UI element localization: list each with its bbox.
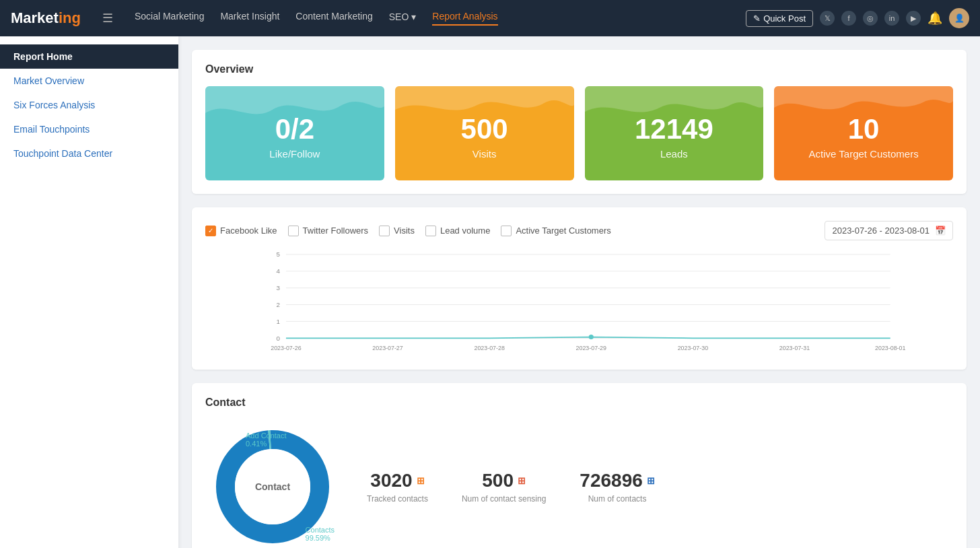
instagram-nav-icon[interactable]: ◎ xyxy=(863,11,878,26)
donut-center-label: Contact xyxy=(255,481,290,492)
svg-text:2023-08-01: 2023-08-01 xyxy=(875,345,905,351)
svg-point-19 xyxy=(589,335,594,339)
svg-text:2023-07-27: 2023-07-27 xyxy=(372,345,403,351)
filter-twitter-followers[interactable]: Twitter Followers xyxy=(288,226,369,236)
chart-filters-row: Facebook Like Twitter Followers Visits L… xyxy=(205,221,953,240)
sidebar-item-market-overview[interactable]: Market Overview xyxy=(0,69,178,93)
stat-label-active-customers: Active Target Customers xyxy=(809,148,919,160)
nav-social-marketing[interactable]: Social Marketing xyxy=(135,11,205,26)
stat-card-like-follow: 0/2 Like/Follow xyxy=(205,86,384,180)
stat-number-active-customers: 10 xyxy=(848,114,880,145)
contact-section: Contact Contact Add Contact xyxy=(192,383,967,548)
sidebar: Report Home Market Overview Six Forces A… xyxy=(0,36,178,548)
svg-text:2023-07-29: 2023-07-29 xyxy=(576,345,606,351)
line-chart-svg: 5 4 3 2 1 0 2023-07-26 2023-07-27 2023-0… xyxy=(205,248,953,356)
stat-card-leads: 12149 Leads xyxy=(585,86,764,180)
app-logo: Marketing xyxy=(11,9,81,27)
stat-label-visits: Visits xyxy=(473,148,497,160)
notification-bell[interactable]: 🔔 xyxy=(928,11,942,26)
stat-number-like-follow: 0/2 xyxy=(275,114,314,145)
filter-active-customers[interactable]: Active Target Customers xyxy=(501,226,610,236)
quick-post-button[interactable]: ✎ Quick Post xyxy=(746,10,813,27)
logo-highlight: ing xyxy=(59,9,81,26)
checkbox-twitter-followers[interactable] xyxy=(288,226,299,236)
chart-area: 5 4 3 2 1 0 2023-07-26 2023-07-27 2023-0… xyxy=(205,248,953,356)
stat-card-visits-content: 500 Visits xyxy=(395,86,574,167)
linkedin-nav-icon[interactable]: in xyxy=(884,11,899,26)
svg-text:1: 1 xyxy=(277,318,280,325)
filter-label-active-customers: Active Target Customers xyxy=(516,226,610,236)
svg-text:2023-07-31: 2023-07-31 xyxy=(779,345,810,351)
contact-stat-num-contacts: 726896 ⊞ Num of contacts xyxy=(580,470,654,504)
sidebar-item-email-touchpoints[interactable]: Email Touchpoints xyxy=(0,117,178,141)
contact-stat-tracked: 3020 ⊞ Tracked contacts xyxy=(367,470,428,504)
grid-icon-tracked: ⊞ xyxy=(417,475,425,486)
checkbox-facebook-like[interactable] xyxy=(205,226,216,236)
date-range-value: 2023-07-26 - 2023-08-01 xyxy=(832,226,930,236)
svg-text:0: 0 xyxy=(277,335,281,342)
main-layout: Report Home Market Overview Six Forces A… xyxy=(0,36,980,548)
contacts-label: Contacts xyxy=(306,526,335,534)
filter-lead-volume[interactable]: Lead volume xyxy=(425,226,490,236)
nav-seo[interactable]: SEO ▾ xyxy=(389,11,417,26)
filter-label-lead-volume: Lead volume xyxy=(440,226,490,236)
youtube-nav-icon[interactable]: ▶ xyxy=(906,11,921,26)
sensing-label: Num of contact sensing xyxy=(462,494,546,504)
tracked-contacts-number: 3020 ⊞ xyxy=(367,470,428,491)
svg-text:3: 3 xyxy=(277,284,280,292)
checkbox-lead-volume[interactable] xyxy=(425,226,436,236)
svg-text:2023-07-28: 2023-07-28 xyxy=(474,345,504,351)
grid-icon-sensing: ⊞ xyxy=(518,475,526,486)
stat-number-visits: 500 xyxy=(461,114,508,145)
contact-title: Contact xyxy=(205,397,953,409)
filter-label-twitter-followers: Twitter Followers xyxy=(303,226,369,236)
contact-stats: 3020 ⊞ Tracked contacts 500 ⊞ Num of con… xyxy=(367,470,655,504)
nav-market-insight[interactable]: Market Insight xyxy=(220,11,279,26)
sidebar-item-six-forces[interactable]: Six Forces Analysis xyxy=(0,93,178,117)
overview-cards: 0/2 Like/Follow 500 Visits xyxy=(205,86,953,180)
svg-text:2: 2 xyxy=(277,301,280,308)
contact-content: Contact Add Contact 0.41% Contacts 99.59… xyxy=(205,419,953,548)
stat-label-leads: Leads xyxy=(660,148,688,160)
overview-section: Overview 0/2 Like/Follow xyxy=(192,50,967,194)
main-content: Overview 0/2 Like/Follow xyxy=(178,36,980,548)
sidebar-item-touchpoint-data[interactable]: Touchpoint Data Center xyxy=(0,141,178,166)
checkbox-visits[interactable] xyxy=(379,226,390,236)
stat-number-leads: 12149 xyxy=(635,114,713,145)
sidebar-item-report-home[interactable]: Report Home xyxy=(0,44,178,69)
stat-card-leads-content: 12149 Leads xyxy=(585,86,764,167)
nav-links: Social Marketing Market Insight Content … xyxy=(135,11,730,26)
stat-card-visits: 500 Visits xyxy=(395,86,574,180)
overview-title: Overview xyxy=(205,63,953,75)
num-contacts-number: 726896 ⊞ xyxy=(580,470,654,491)
donut-chart-container: Contact Add Contact 0.41% Contacts 99.59… xyxy=(205,419,340,548)
nav-report-analysis[interactable]: Report Analysis xyxy=(432,11,497,26)
calendar-icon: 📅 xyxy=(935,226,946,236)
user-avatar[interactable]: 👤 xyxy=(949,8,969,28)
svg-text:2023-07-30: 2023-07-30 xyxy=(678,345,708,351)
sensing-number: 500 ⊞ xyxy=(462,470,546,491)
facebook-nav-icon[interactable]: f xyxy=(841,11,856,26)
donut-annotation-add-contact: Add Contact 0.41% xyxy=(246,432,287,448)
date-range-picker[interactable]: 2023-07-26 - 2023-08-01 📅 xyxy=(825,221,953,240)
hamburger-menu[interactable]: ☰ xyxy=(102,11,113,26)
add-contact-label: Add Contact xyxy=(246,432,287,440)
donut-annotation-contacts: Contacts 99.59% xyxy=(306,526,335,542)
chart-section: Facebook Like Twitter Followers Visits L… xyxy=(192,207,967,370)
checkbox-active-customers[interactable] xyxy=(501,226,512,236)
nav-content-marketing[interactable]: Content Marketing xyxy=(295,11,372,26)
grid-icon-contacts: ⊞ xyxy=(647,475,655,486)
svg-text:5: 5 xyxy=(277,250,281,258)
add-contact-pct: 0.41% xyxy=(246,440,287,448)
tracked-contacts-label: Tracked contacts xyxy=(367,494,428,504)
contact-stat-sensing: 500 ⊞ Num of contact sensing xyxy=(462,470,546,504)
filter-visits[interactable]: Visits xyxy=(379,226,415,236)
filter-label-facebook-like: Facebook Like xyxy=(220,226,277,236)
filter-facebook-like[interactable]: Facebook Like xyxy=(205,226,277,236)
stat-label-like-follow: Like/Follow xyxy=(269,148,320,160)
svg-text:4: 4 xyxy=(277,267,281,275)
num-contacts-label: Num of contacts xyxy=(580,494,654,504)
contacts-pct: 99.59% xyxy=(306,534,335,542)
twitter-nav-icon[interactable]: 𝕏 xyxy=(820,11,835,26)
top-navigation: Marketing ☰ Social Marketing Market Insi… xyxy=(0,0,980,36)
